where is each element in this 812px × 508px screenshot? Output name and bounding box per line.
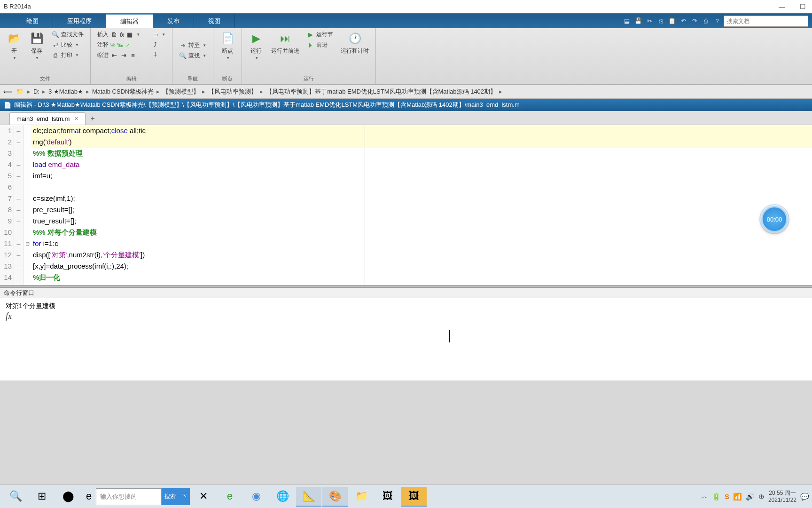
breakpoints-icon: 📄	[220, 31, 235, 46]
fx-icon: fx	[120, 32, 124, 38]
tray-notif-icon[interactable]: 💬	[800, 492, 809, 501]
run-section-button[interactable]: ▶运行节	[305, 30, 335, 39]
command-window[interactable]: 对第1个分量建模 fx	[0, 298, 812, 381]
tab-editor[interactable]: 编辑器	[106, 14, 153, 28]
open-icon: 📂	[7, 31, 22, 46]
run-time-button[interactable]: 🕐 运行和计时	[339, 30, 371, 56]
run-advance-button[interactable]: ⏭ 运行并前进	[269, 30, 301, 56]
advance-icon: ⏵	[307, 41, 314, 49]
ribbon-bp-label: 断点	[218, 74, 237, 83]
tb-photos-icon[interactable]: 🖼	[401, 487, 427, 507]
run-button[interactable]: ▶ 运行▼	[247, 30, 265, 61]
goto-button[interactable]: ➜转至▼	[177, 41, 208, 50]
fold-gutter[interactable]: ⊟	[23, 125, 31, 285]
find-files-button[interactable]: 🔍查找文件	[50, 30, 86, 39]
tab-plot[interactable]: 绘图	[12, 14, 53, 28]
tb-browser2-icon[interactable]: 🌐	[270, 487, 295, 507]
taskbar-search-button[interactable]: 搜索一下	[162, 488, 190, 505]
save-icon[interactable]: 💾	[633, 16, 643, 26]
compare-button[interactable]: ⇄比较▼	[50, 40, 86, 49]
copy-icon[interactable]: ⎘	[656, 16, 665, 26]
redo-icon[interactable]: ↷	[690, 16, 699, 26]
close-icon[interactable]: ✕	[74, 116, 78, 122]
line-gutter: 1234567891011121314	[0, 125, 14, 285]
cmd-prompt: fx	[6, 311, 806, 321]
run-advance-icon: ⏭	[278, 31, 293, 46]
run-time-icon: 🕐	[347, 31, 362, 46]
help-icon[interactable]: ?	[712, 16, 722, 26]
comment-button[interactable]: 注释 % ‰ ⟋	[95, 40, 142, 49]
search-docs-input[interactable]	[724, 16, 808, 27]
add-tab-button[interactable]: +	[86, 112, 99, 125]
ie-icon: e	[82, 487, 96, 507]
print-icon[interactable]: ⎙	[701, 16, 710, 26]
tray-chevron-icon[interactable]: ︿	[701, 492, 708, 501]
tray-volume-icon[interactable]: 🔊	[746, 492, 755, 501]
tab-publish[interactable]: 发布	[153, 14, 194, 28]
taskview-icon[interactable]: ⊞	[29, 487, 55, 507]
folder-icon: 📁	[15, 87, 24, 96]
edit-icon-2[interactable]: ⤴	[151, 40, 159, 48]
window-title: B R2014a	[4, 3, 776, 10]
code-area[interactable]: clc;clear;format compact;close all;tic r…	[31, 125, 812, 285]
ribbon-edit-label: 编辑	[95, 74, 167, 83]
insert-button[interactable]: 插入 🗎 fx ▦▼	[95, 30, 142, 39]
search-icon[interactable]: 🔍	[3, 487, 28, 507]
tab-apps[interactable]: 应用程序	[53, 14, 106, 28]
cmd-window-title: 命令行窗口	[0, 288, 812, 298]
save-button[interactable]: 💾 保存▼	[27, 30, 46, 61]
ribbon-run-label: 运行	[247, 74, 371, 83]
tb-matlab-icon[interactable]: 📐	[296, 487, 321, 507]
run-section-icon: ▶	[307, 31, 314, 39]
tray-wifi-icon[interactable]: 📶	[733, 492, 742, 501]
find-icon: 🔍	[179, 52, 187, 60]
breakpoint-gutter[interactable]: ––––––––––	[14, 125, 23, 285]
tb-app-3[interactable]: 🖼	[375, 487, 400, 507]
tab-view[interactable]: 视图	[194, 14, 235, 28]
tb-app-1[interactable]: ✕	[191, 487, 216, 507]
editor-doc-icon: 📄	[4, 102, 11, 109]
compare-icon: ⇄	[52, 41, 59, 49]
timer-badge[interactable]: 00:00	[761, 206, 788, 232]
tray-ime-icon[interactable]: S	[725, 492, 729, 500]
tb-browser1-icon[interactable]: ◉	[243, 487, 269, 507]
print-button[interactable]: ⎙打印▼	[50, 51, 86, 60]
qa-icon-1[interactable]: ⬓	[622, 16, 632, 26]
paste-icon[interactable]: 📋	[667, 16, 677, 26]
edit-icon-3[interactable]: ⤵	[151, 50, 159, 58]
ribbon-nav-label: 导航	[177, 74, 208, 83]
obs-icon[interactable]: ⬤	[55, 487, 81, 507]
breakpoints-button[interactable]: 📄 断点▼	[218, 30, 237, 61]
edit-icon-1[interactable]: ▭	[151, 31, 159, 38]
save-icon: 💾	[29, 31, 44, 46]
goto-icon: ➜	[179, 42, 187, 49]
cmd-output-line: 对第1个分量建模	[6, 302, 806, 310]
run-icon: ▶	[249, 31, 264, 46]
open-button[interactable]: 📂 开▼	[5, 30, 23, 61]
find-files-icon: 🔍	[52, 31, 59, 39]
file-tab-main3[interactable]: main3_emd_lstm.m ✕	[9, 112, 86, 125]
find-button[interactable]: 🔍查找▼	[177, 51, 208, 60]
tb-app-2[interactable]: 🎨	[322, 487, 348, 507]
cut-icon[interactable]: ✂	[645, 16, 654, 26]
ribbon-file-label: 文件	[5, 74, 86, 83]
tb-explorer-icon[interactable]: 📁	[349, 487, 374, 507]
tray-lang-icon[interactable]: ⊕	[758, 492, 765, 501]
taskbar-clock[interactable]: 20:55 周一 2021/11/22	[768, 490, 796, 503]
advance-button[interactable]: ⏵前进	[305, 40, 335, 49]
text-cursor	[449, 330, 450, 342]
tb-edge-icon[interactable]: e	[217, 487, 242, 507]
taskbar[interactable]: 🔍 ⊞ ⬤ e 输入你想搜的 搜索一下 ✕ e ◉ 🌐 📐 🎨 📁 🖼 🖼 ︿ …	[0, 484, 812, 508]
minimize-icon[interactable]: —	[776, 2, 788, 11]
maximize-icon[interactable]: ☐	[797, 2, 808, 11]
editor-path: 编辑器 - D:\3 ★Matlab★\Matalb CSDN紫极神光\【预测模…	[14, 101, 520, 109]
breadcrumb[interactable]: ⟸ 📁 ▸ D:▸ 3 ★Matlab★▸ Matalb CSDN紫极神光▸ 【…	[0, 85, 812, 99]
print-icon: ⎙	[52, 52, 59, 59]
indent-button[interactable]: 缩进 ⇤ ⇥ ≡	[95, 51, 142, 60]
bc-back-icon[interactable]: ⟸	[3, 87, 12, 96]
undo-icon[interactable]: ↶	[679, 16, 688, 26]
taskbar-search-input[interactable]: 输入你想搜的	[96, 488, 162, 505]
tray-battery-icon[interactable]: 🔋	[712, 492, 721, 501]
